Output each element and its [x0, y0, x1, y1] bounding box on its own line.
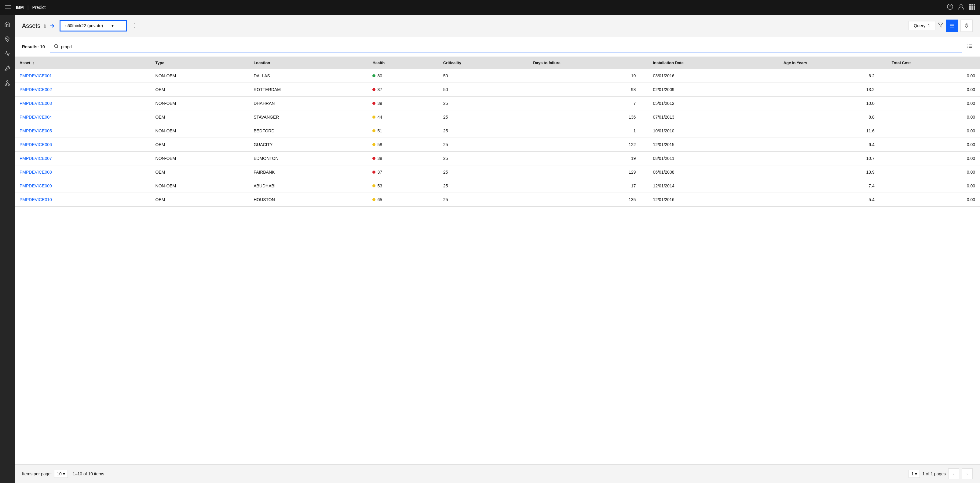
cell-type: OEM — [151, 110, 249, 124]
table-row: PMPDEVICE008 OEM FAIRBANK 37 25 129 06/0… — [15, 166, 980, 179]
cell-total-cost: 0.00 — [887, 138, 980, 151]
cell-location: EDMONTON — [249, 151, 368, 166]
table-body: PMPDEVICE001 NON-OEM DALLAS 80 50 19 03/… — [15, 69, 980, 207]
health-dot — [372, 88, 375, 91]
asset-link[interactable]: PMPDEVICE006 — [19, 142, 52, 147]
health-dot — [372, 116, 375, 119]
cell-asset[interactable]: PMPDEVICE007 — [15, 151, 151, 166]
asset-link[interactable]: PMPDEVICE003 — [19, 101, 52, 106]
table-row: PMPDEVICE004 OEM STAVANGER 44 25 136 07/… — [15, 110, 980, 124]
svg-rect-1 — [5, 7, 11, 7]
col-header-location[interactable]: Location — [249, 57, 368, 69]
cell-total-cost: 0.00 — [887, 83, 980, 97]
cell-type: NON-OEM — [151, 179, 249, 193]
cell-asset[interactable]: PMPDEVICE005 — [15, 124, 151, 138]
cell-asset[interactable]: PMPDEVICE009 — [15, 179, 151, 193]
cell-days-to-failure: 19 — [528, 151, 648, 166]
col-header-type[interactable]: Type — [151, 57, 249, 69]
cell-health: 44 — [368, 110, 438, 124]
cell-age: 13.9 — [779, 166, 887, 179]
cell-install-date: 05/01/2012 — [648, 97, 778, 110]
prev-page-button[interactable]: ‹ — [948, 468, 959, 479]
health-dot — [372, 171, 375, 174]
main-layout: Assets ℹ ➜ s60think22 (private) ▾ ⋮ Quer… — [0, 15, 980, 483]
cell-asset[interactable]: PMPDEVICE004 — [15, 110, 151, 124]
cell-age: 10.7 — [779, 151, 887, 166]
table-row: PMPDEVICE006 OEM GUACITY 58 25 122 12/01… — [15, 138, 980, 151]
page-title: Assets — [22, 22, 40, 29]
column-settings-icon[interactable] — [967, 43, 973, 51]
info-icon[interactable]: ℹ — [44, 23, 46, 29]
sidebar-item-analytics[interactable] — [0, 46, 15, 61]
cell-type: OEM — [151, 83, 249, 97]
items-per-page: Items per page: 10 ▾ — [22, 470, 68, 478]
svg-rect-9 — [969, 6, 971, 8]
cell-asset[interactable]: PMPDEVICE010 — [15, 193, 151, 207]
svg-text:?: ? — [949, 5, 951, 9]
asset-link[interactable]: PMPDEVICE009 — [19, 183, 52, 188]
cell-asset[interactable]: PMPDEVICE008 — [15, 166, 151, 179]
cell-days-to-failure: 19 — [528, 69, 648, 83]
menu-icon[interactable] — [5, 4, 11, 11]
cell-age: 7.4 — [779, 179, 887, 193]
list-view-button[interactable] — [946, 19, 958, 32]
sidebar-item-hierarchy[interactable] — [0, 76, 15, 91]
col-header-total-cost[interactable]: Total Cost — [887, 57, 980, 69]
svg-rect-13 — [972, 8, 973, 10]
col-header-criticality[interactable]: Criticality — [438, 57, 528, 69]
cell-health: 53 — [368, 179, 438, 193]
health-dot — [372, 74, 375, 77]
sidebar-item-location[interactable] — [0, 32, 15, 46]
col-header-health[interactable]: Health — [368, 57, 438, 69]
search-input[interactable] — [61, 44, 958, 49]
col-header-install-date[interactable]: Installation Date — [648, 57, 778, 69]
cell-location: BEDFORD — [249, 124, 368, 138]
per-page-select[interactable]: 10 ▾ — [54, 470, 68, 478]
asset-link[interactable]: PMPDEVICE008 — [19, 170, 52, 175]
page-select[interactable]: 1 ▾ — [908, 470, 920, 478]
cell-health: 58 — [368, 138, 438, 151]
cell-total-cost: 0.00 — [887, 69, 980, 83]
asset-link[interactable]: PMPDEVICE002 — [19, 87, 52, 92]
cell-health: 80 — [368, 69, 438, 83]
cell-age: 11.6 — [779, 124, 887, 138]
cell-criticality: 25 — [438, 166, 528, 179]
cell-location: DALLAS — [249, 69, 368, 83]
cell-asset[interactable]: PMPDEVICE001 — [15, 69, 151, 83]
filter-icon[interactable] — [938, 22, 943, 29]
help-icon[interactable]: ? — [947, 4, 953, 11]
cell-asset[interactable]: PMPDEVICE003 — [15, 97, 151, 110]
per-page-chevron: ▾ — [63, 471, 65, 476]
health-dot — [372, 184, 375, 187]
col-header-age[interactable]: Age in Years — [779, 57, 887, 69]
asset-link[interactable]: PMPDEVICE007 — [19, 156, 52, 161]
sort-icon-asset: ↑ — [33, 61, 35, 65]
cell-health: 38 — [368, 151, 438, 166]
cell-total-cost: 0.00 — [887, 97, 980, 110]
cell-days-to-failure: 136 — [528, 110, 648, 124]
sidebar-item-home[interactable] — [0, 17, 15, 32]
overflow-menu-icon[interactable]: ⋮ — [132, 22, 137, 29]
cell-asset[interactable]: PMPDEVICE002 — [15, 83, 151, 97]
cell-install-date: 08/01/2011 — [648, 151, 778, 166]
health-dot — [372, 198, 375, 201]
cell-days-to-failure: 7 — [528, 97, 648, 110]
brand-separator: | — [27, 5, 29, 10]
cell-asset[interactable]: PMPDEVICE006 — [15, 138, 151, 151]
cell-criticality: 25 — [438, 179, 528, 193]
map-view-button[interactable] — [961, 19, 973, 32]
user-icon[interactable] — [958, 4, 964, 11]
apps-icon[interactable] — [969, 4, 975, 11]
query-badge[interactable]: Query: 1 — [908, 21, 935, 30]
asset-link[interactable]: PMPDEVICE010 — [19, 197, 52, 202]
col-header-days-to-failure[interactable]: Days to failure — [528, 57, 648, 69]
col-header-asset[interactable]: Asset ↑ — [15, 57, 151, 69]
site-dropdown[interactable]: s60think22 (private) ▾ — [60, 20, 127, 32]
sidebar-item-maintenance[interactable] — [0, 61, 15, 76]
cell-age: 6.4 — [779, 138, 887, 151]
next-page-button[interactable]: › — [962, 468, 973, 479]
cell-total-cost: 0.00 — [887, 110, 980, 124]
asset-link[interactable]: PMPDEVICE004 — [19, 115, 52, 120]
asset-link[interactable]: PMPDEVICE005 — [19, 128, 52, 133]
asset-link[interactable]: PMPDEVICE001 — [19, 73, 52, 78]
